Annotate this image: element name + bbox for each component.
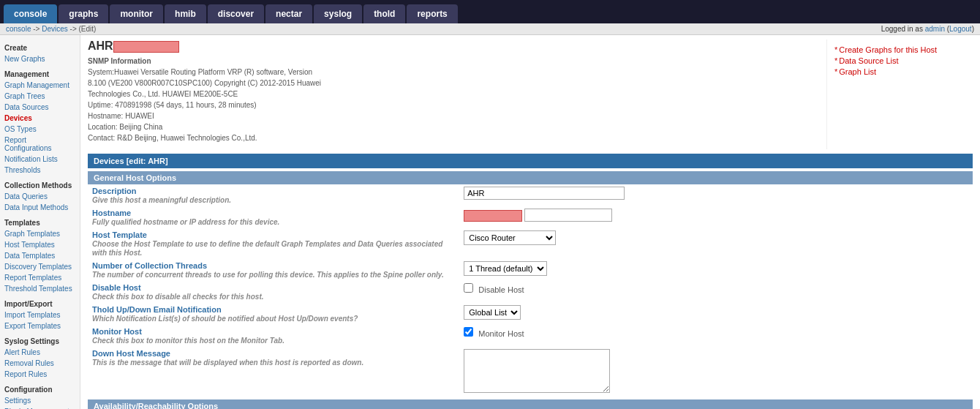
sidebar-item-devices[interactable]: Devices: [0, 113, 80, 124]
page-title: AHR: [88, 40, 826, 53]
sidebar-item-data-input-methods[interactable]: Data Input Methods: [0, 202, 80, 213]
sidebar-item-graph-management[interactable]: Graph Management: [0, 80, 80, 91]
snmp-location-line: Location: Beijing China: [88, 123, 162, 131]
main-content: AHR SNMP Information System:Huawei Versa…: [80, 35, 980, 409]
data-source-list-link[interactable]: Data Source List: [834, 56, 965, 65]
nav-tab-monitor[interactable]: monitor: [110, 4, 163, 23]
main-layout: Create New Graphs Management Graph Manag…: [0, 35, 980, 409]
sidebar-header-templates: Templates: [0, 216, 80, 228]
hostname-input[interactable]: [524, 209, 612, 222]
threads-select[interactable]: 1 Thread (default) 2 Threads 4 Threads: [464, 261, 547, 276]
nav-tab-thold[interactable]: thold: [363, 4, 405, 23]
sidebar-item-report-configurations[interactable]: Report Configurations: [0, 135, 80, 154]
nav-tab-graphs[interactable]: graphs: [59, 4, 108, 23]
graph-list-link[interactable]: Graph List: [834, 67, 965, 76]
snmp-company-line: Technologies Co., Ltd. HUAWEI ME200E-5CE: [88, 90, 238, 98]
host-info-area: AHR SNMP Information System:Huawei Versa…: [88, 40, 826, 149]
threads-desc: The number of concurrent threads to use …: [92, 271, 444, 279]
availability-header: Availability/Reachability Options: [88, 399, 973, 409]
nav-tab-syslog[interactable]: syslog: [314, 4, 362, 23]
sidebar-header-collection: Collection Methods: [0, 179, 80, 191]
sidebar-header-management: Management: [0, 67, 80, 80]
sidebar-item-threshold-templates[interactable]: Threshold Templates: [0, 283, 80, 294]
monitor-host-checkbox-label: Monitor Host: [478, 329, 524, 338]
downmsg-desc: This is the message that will be display…: [92, 359, 363, 367]
sidebar-item-settings[interactable]: Settings: [0, 395, 80, 406]
sidebar-item-data-templates[interactable]: Data Templates: [0, 250, 80, 261]
downmsg-label: Down Host Message: [92, 349, 170, 358]
disable-host-checkbox[interactable]: [464, 283, 473, 293]
logged-in-text: Logged in as admin (Logout): [881, 25, 974, 33]
sidebar-item-os-types[interactable]: OS Types: [0, 124, 80, 135]
description-label: Description: [92, 187, 137, 195]
monitor-host-row: Monitor Host Check this box to monitor t…: [88, 325, 973, 347]
host-template-desc: Choose the Host Template to use to defin…: [92, 240, 442, 257]
hostname-redacted: [464, 210, 522, 222]
host-template-row: Host Template Choose the Host Template t…: [88, 228, 973, 259]
snmp-uptime-line: Uptime: 470891998 (54 days, 11 hours, 28…: [88, 101, 257, 109]
breadcrumb-console[interactable]: console: [6, 25, 31, 33]
devices-edit-header: Devices [edit: AHR]: [88, 154, 973, 168]
sidebar-item-alert-rules[interactable]: Alert Rules: [0, 347, 80, 358]
sidebar-item-report-rules[interactable]: Report Rules: [0, 369, 80, 380]
monitor-desc: Check this box to monitor this host on t…: [92, 337, 284, 345]
sidebar-header-configuration: Configuration: [0, 383, 80, 395]
sidebar-item-plugin-management[interactable]: Plugin Management: [0, 406, 80, 409]
nav-tab-hmib[interactable]: hmib: [165, 4, 206, 23]
top-layout: AHR SNMP Information System:Huawei Versa…: [88, 40, 973, 149]
top-nav: console graphs monitor hmib discover nec…: [0, 0, 980, 23]
sidebar-item-new-graphs[interactable]: New Graphs: [0, 53, 80, 64]
threads-row: Number of Collection Threads The number …: [88, 259, 973, 281]
nav-tab-discover[interactable]: discover: [208, 4, 264, 23]
breadcrumb: console -> Devices -> (Edit): [6, 25, 96, 33]
host-template-label: Host Template: [92, 230, 147, 239]
hostname-label: Hostname: [92, 209, 131, 217]
hostname-desc: Fully qualified hostname or IP address f…: [92, 218, 279, 226]
thold-label: Thold Up/Down Email Notification: [92, 305, 222, 314]
thold-select[interactable]: Global List None: [464, 305, 521, 320]
sidebar-item-export-templates[interactable]: Export Templates: [0, 320, 80, 331]
logout-link[interactable]: Logout: [949, 25, 972, 33]
sidebar-header-import-export: Import/Export: [0, 297, 80, 309]
nav-tab-console[interactable]: console: [4, 4, 57, 23]
snmp-version-line: 8.100 (VE200 V800R007C10SPC100) Copyrigh…: [88, 79, 321, 87]
snmp-info: SNMP Information System:Huawei Versatile…: [88, 56, 826, 143]
disable-host-checkbox-label: Disable Host: [478, 285, 524, 294]
right-panel: Create Graphs for this Host Data Source …: [826, 40, 973, 149]
description-input[interactable]: [464, 187, 625, 200]
general-options-table: Description Give this host a meaningful …: [88, 184, 973, 397]
monitor-host-checkbox[interactable]: [464, 327, 473, 337]
sidebar-item-graph-templates[interactable]: Graph Templates: [0, 228, 80, 239]
sidebar-header-create: Create: [0, 41, 80, 53]
threads-label: Number of Collection Threads: [92, 261, 207, 270]
breadcrumb-devices[interactable]: Devices: [42, 25, 68, 33]
disable-host-row: Disable Host Check this box to disable a…: [88, 281, 973, 303]
sidebar: Create New Graphs Management Graph Manag…: [0, 35, 80, 409]
disable-label: Disable Host: [92, 283, 141, 292]
host-template-select[interactable]: Cisco Router Generic SNMP Host Linux Hos…: [464, 230, 556, 245]
sidebar-item-thresholds[interactable]: Thresholds: [0, 165, 80, 176]
description-row: Description Give this host a meaningful …: [88, 184, 973, 206]
sidebar-item-graph-trees[interactable]: Graph Trees: [0, 91, 80, 102]
sidebar-item-removal-rules[interactable]: Removal Rules: [0, 358, 80, 369]
disable-desc: Check this box to disable all checks for…: [92, 293, 264, 301]
snmp-contact-line: Contact: R&D Beijing, Huawei Technologie…: [88, 134, 257, 142]
breadcrumb-bar: console -> Devices -> (Edit) Logged in a…: [0, 23, 980, 35]
sidebar-item-data-sources[interactable]: Data Sources: [0, 102, 80, 113]
nav-tab-nectar[interactable]: nectar: [265, 4, 312, 23]
sidebar-item-discovery-templates[interactable]: Discovery Templates: [0, 261, 80, 272]
sidebar-item-report-templates[interactable]: Report Templates: [0, 272, 80, 283]
downmsg-textarea[interactable]: [464, 349, 610, 393]
sidebar-item-notification-lists[interactable]: Notification Lists: [0, 154, 80, 165]
sidebar-item-data-queries[interactable]: Data Queries: [0, 191, 80, 202]
create-graphs-link[interactable]: Create Graphs for this Host: [834, 45, 965, 54]
admin-link[interactable]: admin: [925, 25, 945, 33]
hostname-row: Hostname Fully qualified hostname or IP …: [88, 206, 973, 228]
thold-desc: Which Notification List(s) of should be …: [92, 315, 358, 323]
downmsg-row: Down Host Message This is the message th…: [88, 347, 973, 397]
snmp-hostname-line: Hostname: HUAWEI: [88, 112, 154, 120]
snmp-system-line: System:Huawei Versatile Routing Platform…: [88, 68, 312, 76]
nav-tab-reports[interactable]: reports: [407, 4, 457, 23]
sidebar-item-import-templates[interactable]: Import Templates: [0, 309, 80, 320]
sidebar-item-host-templates[interactable]: Host Templates: [0, 239, 80, 250]
